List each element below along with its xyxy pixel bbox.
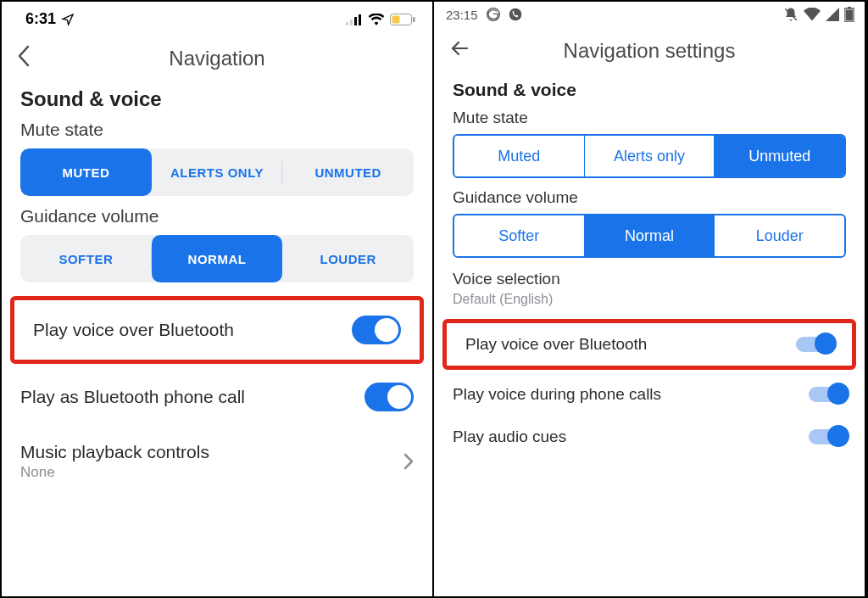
highlight-bluetooth-row: Play voice over Bluetooth xyxy=(442,319,856,370)
mute-option-alerts[interactable]: ALERTS ONLY xyxy=(152,148,283,196)
row-label: Play voice over Bluetooth xyxy=(465,335,647,354)
android-panel: 23:15 Navigation se xyxy=(434,2,866,596)
guidance-volume-label: Guidance volume xyxy=(20,206,414,226)
guidance-volume-label: Guidance volume xyxy=(453,188,846,207)
status-time: 6:31 xyxy=(25,10,56,28)
row-play-voice-bluetooth[interactable]: Play voice over Bluetooth xyxy=(457,323,842,366)
mute-state-segmented: MUTED ALERTS ONLY UNMUTED xyxy=(20,148,414,196)
mute-bell-icon xyxy=(783,7,798,22)
mute-state-segmented: Muted Alerts only Unmuted xyxy=(453,134,846,178)
section-header-sound-voice: Sound & voice xyxy=(453,80,846,100)
title-row: Navigation settings xyxy=(434,25,865,71)
row-music-playback-controls[interactable]: Music playback controls None xyxy=(2,427,432,488)
guidance-volume-segmented: Softer Normal Louder xyxy=(453,214,846,258)
during-calls-toggle[interactable] xyxy=(809,387,846,402)
guidance-option-louder[interactable]: Louder xyxy=(715,215,844,256)
wifi-icon xyxy=(368,14,385,25)
svg-rect-0 xyxy=(346,22,348,25)
page-title: Navigation settings xyxy=(564,39,736,63)
guidance-option-normal[interactable]: Normal xyxy=(585,215,715,256)
phone-icon xyxy=(509,8,522,21)
row-play-voice-during-calls[interactable]: Play voice during phone calls xyxy=(434,373,865,416)
mute-option-muted[interactable]: MUTED xyxy=(20,148,152,196)
mute-option-unmuted[interactable]: UNMUTED xyxy=(282,148,414,196)
row-label: Play voice over Bluetooth xyxy=(33,320,234,340)
svg-rect-1 xyxy=(350,20,353,25)
svg-point-8 xyxy=(509,8,521,21)
mute-state-label: Mute state xyxy=(453,109,846,127)
svg-rect-6 xyxy=(413,17,415,22)
wifi-icon xyxy=(804,8,821,21)
battery-icon xyxy=(390,14,415,25)
android-status-bar: 23:15 xyxy=(434,2,865,25)
voice-selection-label[interactable]: Voice selection xyxy=(453,270,846,288)
ios-status-bar: 6:31 xyxy=(2,2,432,33)
row-play-as-phone-call[interactable]: Play as Bluetooth phone call xyxy=(2,367,432,427)
mute-state-label: Mute state xyxy=(20,120,414,140)
svg-rect-3 xyxy=(359,14,361,25)
row-label: Play voice during phone calls xyxy=(453,385,661,404)
svg-rect-11 xyxy=(848,7,851,8)
cellular-signal-icon xyxy=(826,8,839,21)
mute-option-unmuted[interactable]: Unmuted xyxy=(715,136,844,176)
voice-selection-value: Default (English) xyxy=(453,292,846,307)
guidance-option-normal[interactable]: NORMAL xyxy=(152,235,283,282)
status-time: 23:15 xyxy=(446,8,478,22)
guidance-option-softer[interactable]: SOFTER xyxy=(20,235,152,282)
back-button[interactable] xyxy=(449,38,470,59)
page-title: Navigation xyxy=(169,47,264,70)
highlight-bluetooth-row: Play voice over Bluetooth xyxy=(10,296,424,364)
bluetooth-toggle[interactable] xyxy=(796,337,833,352)
svg-rect-2 xyxy=(354,17,357,25)
guidance-option-softer[interactable]: Softer xyxy=(454,215,585,256)
row-label: Play as Bluetooth phone call xyxy=(20,387,245,407)
svg-rect-12 xyxy=(846,10,854,21)
title-row: Navigation xyxy=(2,33,432,79)
mute-option-alerts[interactable]: Alerts only xyxy=(585,136,715,176)
audio-cues-toggle[interactable] xyxy=(809,429,846,444)
google-g-icon xyxy=(487,8,500,21)
battery-icon xyxy=(844,7,854,22)
location-arrow-icon xyxy=(61,13,75,26)
row-label: Music playback controls xyxy=(20,442,209,462)
row-label: Play audio cues xyxy=(453,428,566,446)
ios-panel: 6:31 Navigation Sound & voice Mute state xyxy=(2,2,434,596)
mute-option-muted[interactable]: Muted xyxy=(454,136,585,176)
row-play-audio-cues[interactable]: Play audio cues xyxy=(434,416,865,458)
guidance-option-louder[interactable]: LOUDER xyxy=(282,235,414,282)
guidance-volume-segmented: SOFTER NORMAL LOUDER xyxy=(20,235,414,282)
row-play-voice-bluetooth[interactable]: Play voice over Bluetooth xyxy=(25,300,409,360)
svg-rect-5 xyxy=(392,15,400,23)
chevron-right-icon xyxy=(403,453,414,470)
row-sub-value: None xyxy=(20,464,209,481)
phone-call-toggle[interactable] xyxy=(364,383,414,411)
bluetooth-toggle[interactable] xyxy=(352,316,401,344)
section-header-sound-voice: Sound & voice xyxy=(20,87,414,111)
cellular-signal-icon xyxy=(346,14,363,25)
back-button[interactable] xyxy=(17,45,31,67)
